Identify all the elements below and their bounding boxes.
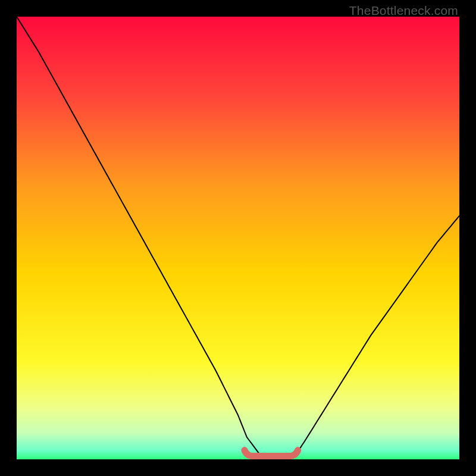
- chart-svg: [17, 17, 459, 459]
- chart-container: TheBottleneck.com: [0, 0, 476, 476]
- gradient-background: [17, 17, 459, 459]
- watermark-text: TheBottleneck.com: [349, 4, 458, 18]
- plot-area: [17, 17, 459, 459]
